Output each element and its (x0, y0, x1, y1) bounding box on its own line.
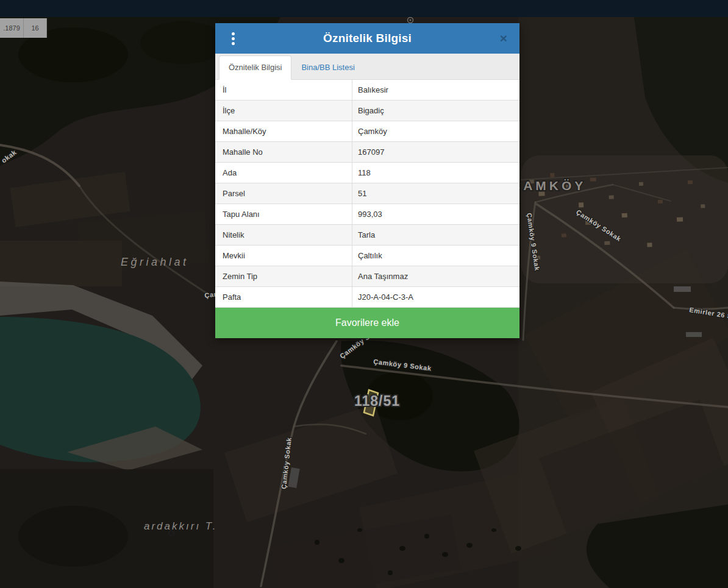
table-row: Mevkii Çaltılık (215, 246, 519, 266)
row-value: Çaltılık (352, 246, 519, 266)
place-label-ardakkiri: ardakkırı T. (144, 520, 217, 532)
map-status-strip: .1879 16 (0, 18, 47, 38)
table-row: Ada 118 (215, 163, 519, 183)
table-row: Mahalle/Köy Çamköy (215, 121, 519, 142)
parcel-number-label: 118/51 (354, 393, 400, 409)
row-label: İlçe (215, 101, 352, 121)
tab-oznitelik-bilgisi[interactable]: Öznitelik Bilgisi (219, 55, 291, 80)
place-label-egriahlat: Eğriahlat (121, 256, 189, 268)
table-row: İlçe Bigadiç (215, 101, 519, 121)
row-label: Mahalle/Köy (215, 121, 352, 141)
row-label: Ada (215, 163, 352, 183)
table-row: Parsel 51 (215, 183, 519, 204)
row-value: Balıkesir (352, 80, 519, 100)
close-icon: × (500, 31, 507, 45)
menu-button[interactable] (223, 28, 243, 49)
row-value: Çamköy (352, 121, 519, 141)
modal-title: Öznitelik Bilgisi (215, 32, 519, 45)
row-label: Zemin Tip (215, 266, 352, 286)
add-to-favorites-button[interactable]: Favorilere ekle (215, 308, 519, 338)
row-value: Bigadiç (352, 101, 519, 121)
row-value: 167097 (352, 142, 519, 162)
attribute-info-modal: Öznitelik Bilgisi × Öznitelik Bilgisi Bi… (215, 23, 519, 338)
table-row: Mahalle No 167097 (215, 142, 519, 163)
table-row: Tapu Alanı 993,03 (215, 204, 519, 225)
row-value: Ana Taşınmaz (352, 266, 519, 286)
row-label: Parsel (215, 183, 352, 204)
kebab-menu-icon (232, 32, 235, 35)
row-label: Nitelik (215, 225, 352, 245)
table-row: Pafta J20-A-04-C-3-A (215, 287, 519, 308)
top-navigation-bar (0, 0, 728, 17)
coordinate-readout: .1879 (0, 18, 24, 38)
table-row: Zemin Tip Ana Taşınmaz (215, 266, 519, 287)
modal-header: Öznitelik Bilgisi × (215, 23, 519, 54)
row-label: İl (215, 80, 352, 100)
row-value: 51 (352, 183, 519, 204)
attribute-table: İl Balıkesir İlçe Bigadiç Mahalle/Köy Ça… (215, 80, 519, 308)
row-value: 993,03 (352, 204, 519, 224)
row-value: Tarla (352, 225, 519, 245)
table-row: Nitelik Tarla (215, 225, 519, 246)
close-button[interactable]: × (495, 23, 512, 54)
row-value: J20-A-04-C-3-A (352, 287, 519, 307)
tab-bar: Öznitelik Bilgisi Bina/BB Listesi (215, 54, 519, 80)
row-label: Pafta (215, 287, 352, 307)
row-value: 118 (352, 163, 519, 183)
row-label: Mahalle No (215, 142, 352, 162)
tab-bina-bb-listesi[interactable]: Bina/BB Listesi (291, 55, 364, 79)
row-label: Tapu Alanı (215, 204, 352, 224)
row-label: Mevkii (215, 246, 352, 266)
table-row: İl Balıkesir (215, 80, 519, 101)
zoom-level-readout: 16 (24, 18, 47, 38)
place-label-camkoy: ÇAMKÖY (511, 179, 586, 193)
